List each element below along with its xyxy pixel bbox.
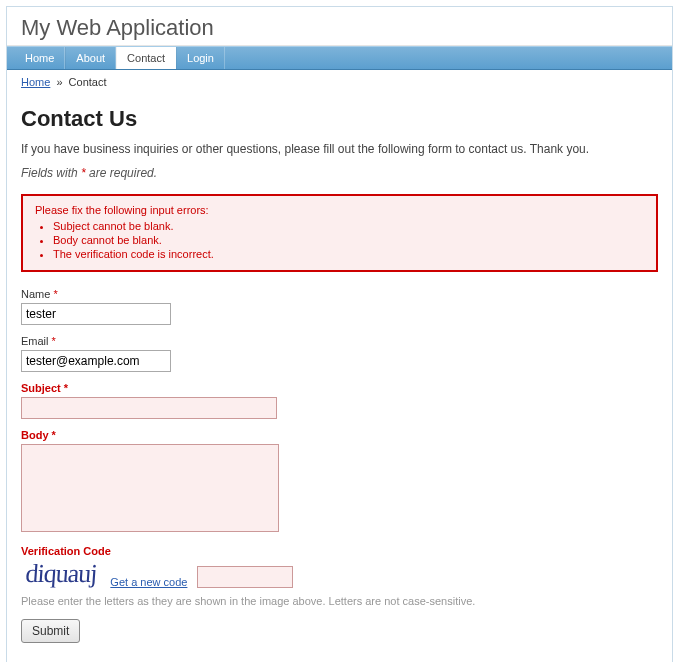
field-name: Name * [21, 288, 658, 325]
verification-hint: Please enter the letters as they are sho… [21, 594, 658, 609]
app-title: My Web Application [21, 15, 658, 41]
input-verification[interactable] [197, 566, 293, 588]
input-subject[interactable] [21, 397, 277, 419]
label-body: Body * [21, 429, 658, 441]
field-verification: Verification Code diquauj Get a new code… [21, 545, 658, 609]
nav-about[interactable]: About [65, 47, 116, 69]
app-window: My Web Application Home About Contact Lo… [6, 6, 673, 662]
error-summary: Please fix the following input errors: S… [21, 194, 658, 272]
error-summary-heading: Please fix the following input errors: [35, 204, 646, 216]
captcha-refresh-link[interactable]: Get a new code [110, 576, 187, 588]
submit-button[interactable] [21, 619, 80, 643]
breadcrumb-separator: » [56, 76, 62, 88]
page-intro: If you have business inquiries or other … [21, 142, 658, 156]
nav-contact[interactable]: Contact [116, 47, 176, 69]
label-verification: Verification Code [21, 545, 658, 557]
label-subject: Subject * [21, 382, 658, 394]
breadcrumb-home[interactable]: Home [21, 76, 50, 88]
nav-home[interactable]: Home [15, 47, 65, 69]
nav-login[interactable]: Login [176, 47, 225, 69]
input-email[interactable] [21, 350, 171, 372]
error-item: The verification code is incorrect. [53, 248, 646, 260]
form-actions [21, 619, 658, 643]
captcha-image[interactable]: diquauj [20, 560, 102, 588]
field-body: Body * [21, 429, 658, 535]
error-item: Subject cannot be blank. [53, 220, 646, 232]
input-body[interactable] [21, 444, 279, 532]
content: Contact Us If you have business inquirie… [7, 94, 672, 662]
required-note: Fields with * are required. [21, 166, 658, 180]
breadcrumb: Home » Contact [7, 70, 672, 94]
page-title: Contact Us [21, 106, 658, 132]
label-email: Email * [21, 335, 658, 347]
field-subject: Subject * [21, 382, 658, 419]
input-name[interactable] [21, 303, 171, 325]
error-item: Body cannot be blank. [53, 234, 646, 246]
header: My Web Application [7, 7, 672, 46]
label-name: Name * [21, 288, 658, 300]
field-email: Email * [21, 335, 658, 372]
breadcrumb-current: Contact [69, 76, 107, 88]
main-menu: Home About Contact Login [7, 46, 672, 70]
